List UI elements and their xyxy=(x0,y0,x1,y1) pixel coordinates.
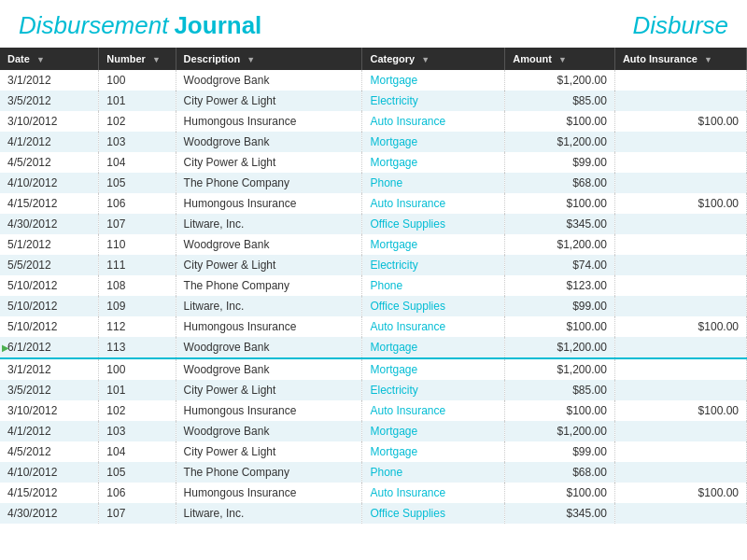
cell-amount: $1,200.00 xyxy=(505,358,615,380)
cell-amount: $68.00 xyxy=(505,462,615,483)
cell-auto-insurance xyxy=(614,441,746,462)
page-header: Disbursement Journal Disburse xyxy=(0,0,747,48)
cell-category: Auto Insurance xyxy=(362,316,505,337)
cell-auto-insurance xyxy=(614,214,746,234)
cell-description: Woodgrove Bank xyxy=(176,234,362,255)
cell-auto-insurance xyxy=(614,337,746,358)
cell-date: 4/1/2012 xyxy=(0,132,99,152)
cell-category: Auto Insurance xyxy=(362,193,505,214)
cell-auto-insurance xyxy=(614,296,746,316)
cell-amount: $100.00 xyxy=(505,193,615,214)
cell-date: 4/30/2012 xyxy=(0,214,99,234)
cell-date: 5/5/2012 xyxy=(0,255,99,275)
cell-number: 108 xyxy=(99,275,176,296)
cell-number: 107 xyxy=(99,503,176,524)
cell-description: City Power & Light xyxy=(176,380,362,400)
cell-date: 3/5/2012 xyxy=(0,91,99,111)
cell-amount: $1,200.00 xyxy=(505,234,615,255)
cell-category: Electricity xyxy=(362,255,505,275)
cell-description: City Power & Light xyxy=(176,441,362,462)
table-row: 3/5/2012101City Power & LightElectricity… xyxy=(0,380,747,400)
cell-amount: $85.00 xyxy=(505,91,615,111)
cell-amount: $123.00 xyxy=(505,275,615,296)
table-row: 4/15/2012106Humongous InsuranceAuto Insu… xyxy=(0,193,747,214)
cell-category: Phone xyxy=(362,275,505,296)
cell-number: 106 xyxy=(99,193,176,214)
cell-auto-insurance xyxy=(614,503,746,524)
cell-description: Woodgrove Bank xyxy=(176,358,362,380)
cell-amount: $99.00 xyxy=(505,152,615,173)
table-row: 4/30/2012107Litware, Inc.Office Supplies… xyxy=(0,214,747,234)
cell-category: Mortgage xyxy=(362,358,505,380)
cell-amount: $99.00 xyxy=(505,296,615,316)
cell-category: Mortgage xyxy=(362,70,505,91)
cell-date: 5/10/2012 xyxy=(0,316,99,337)
cell-auto-insurance xyxy=(614,358,746,380)
col-header-description[interactable]: Description ▼ xyxy=(176,48,362,70)
cell-category: Office Supplies xyxy=(362,214,505,234)
col-header-category[interactable]: Category ▼ xyxy=(362,48,505,70)
cell-category: Auto Insurance xyxy=(362,400,505,421)
table-header-row: Date ▼ Number ▼ Description ▼ Category ▼… xyxy=(0,48,747,70)
cell-auto-insurance xyxy=(614,462,746,483)
cell-description: Woodgrove Bank xyxy=(176,337,362,358)
cell-category: Mortgage xyxy=(362,337,505,358)
sort-arrow-amount: ▼ xyxy=(558,55,567,64)
cell-auto-insurance: $100.00 xyxy=(614,316,746,337)
col-header-date[interactable]: Date ▼ xyxy=(0,48,99,70)
cell-date: 3/10/2012 xyxy=(0,400,99,421)
cell-description: The Phone Company xyxy=(176,462,362,483)
table-row: 4/15/2012106Humongous InsuranceAuto Insu… xyxy=(0,483,747,503)
col-header-amount[interactable]: Amount ▼ xyxy=(505,48,615,70)
col-header-auto-insurance[interactable]: Auto Insurance ▼ xyxy=(614,48,746,70)
cell-date: 3/1/2012 xyxy=(0,70,99,91)
col-header-number[interactable]: Number ▼ xyxy=(99,48,176,70)
row-flag-icon: ▶ xyxy=(2,343,9,353)
cell-amount: $1,200.00 xyxy=(505,421,615,441)
cell-description: Litware, Inc. xyxy=(176,214,362,234)
table-row: ▶6/1/2012113Woodgrove BankMortgage$1,200… xyxy=(0,337,747,358)
table-row: 5/10/2012108The Phone CompanyPhone$123.0… xyxy=(0,275,747,296)
cell-description: Humongous Insurance xyxy=(176,316,362,337)
cell-date: 4/10/2012 xyxy=(0,462,99,483)
cell-number: 100 xyxy=(99,358,176,380)
cell-description: The Phone Company xyxy=(176,275,362,296)
cell-category: Phone xyxy=(362,173,505,193)
cell-category: Auto Insurance xyxy=(362,483,505,503)
cell-auto-insurance: $100.00 xyxy=(614,483,746,503)
table-container: Date ▼ Number ▼ Description ▼ Category ▼… xyxy=(0,48,747,552)
cell-number: 101 xyxy=(99,91,176,111)
cell-amount: $1,200.00 xyxy=(505,132,615,152)
cell-amount: $99.00 xyxy=(505,441,615,462)
cell-date: 4/5/2012 xyxy=(0,441,99,462)
cell-amount: $100.00 xyxy=(505,400,615,421)
cell-description: Woodgrove Bank xyxy=(176,70,362,91)
disbursement-table: Date ▼ Number ▼ Description ▼ Category ▼… xyxy=(0,48,747,524)
cell-amount: $345.00 xyxy=(505,214,615,234)
cell-date: ▶6/1/2012 xyxy=(0,337,99,358)
table-row: 5/10/2012109Litware, Inc.Office Supplies… xyxy=(0,296,747,316)
cell-date: 4/1/2012 xyxy=(0,421,99,441)
sort-arrow-auto-insurance: ▼ xyxy=(704,55,712,64)
cell-description: Litware, Inc. xyxy=(176,296,362,316)
table-row: 4/10/2012105The Phone CompanyPhone$68.00 xyxy=(0,462,747,483)
table-row: 4/5/2012104City Power & LightMortgage$99… xyxy=(0,441,747,462)
cell-auto-insurance xyxy=(614,275,746,296)
header-title-italic: Disbursement xyxy=(19,11,168,40)
cell-number: 111 xyxy=(99,255,176,275)
cell-number: 113 xyxy=(99,337,176,358)
cell-category: Mortgage xyxy=(362,152,505,173)
cell-description: City Power & Light xyxy=(176,91,362,111)
cell-description: Litware, Inc. xyxy=(176,503,362,524)
table-row: 4/10/2012105The Phone CompanyPhone$68.00 xyxy=(0,173,747,193)
cell-number: 103 xyxy=(99,132,176,152)
cell-description: Woodgrove Bank xyxy=(176,421,362,441)
cell-amount: $345.00 xyxy=(505,503,615,524)
table-row: 5/10/2012112Humongous InsuranceAuto Insu… xyxy=(0,316,747,337)
cell-number: 102 xyxy=(99,400,176,421)
cell-auto-insurance xyxy=(614,152,746,173)
cell-amount: $100.00 xyxy=(505,111,615,132)
cell-amount: $100.00 xyxy=(505,316,615,337)
sort-arrow-number: ▼ xyxy=(152,55,161,64)
cell-number: 106 xyxy=(99,483,176,503)
